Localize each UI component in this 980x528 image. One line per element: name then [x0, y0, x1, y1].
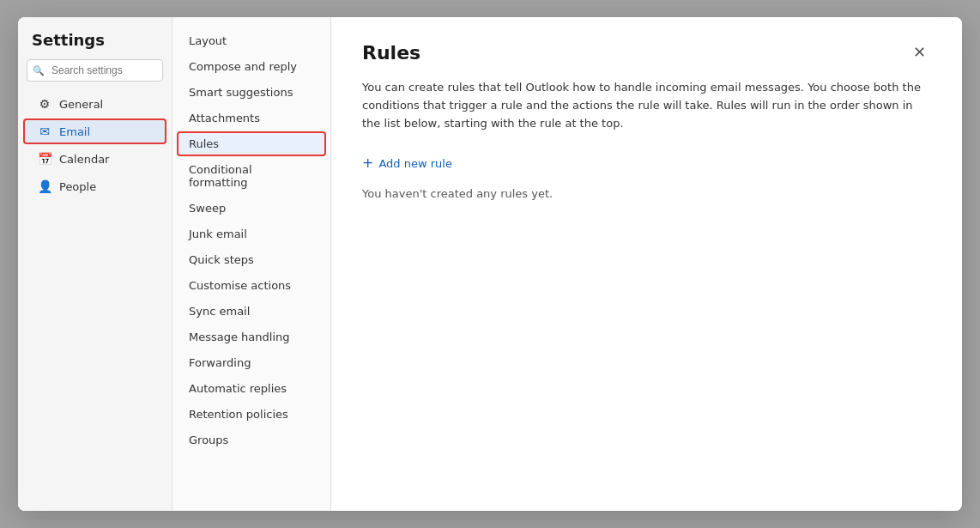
- add-new-rule-button[interactable]: + Add new rule: [362, 151, 452, 175]
- sidebar-label-calendar: Calendar: [59, 153, 109, 166]
- mid-item-groups[interactable]: Groups: [177, 428, 326, 452]
- sidebar-item-general[interactable]: ⚙ General: [23, 91, 166, 117]
- calendar-icon: 📅: [37, 152, 52, 166]
- sidebar-label-email: Email: [59, 125, 90, 138]
- mid-item-message[interactable]: Message handling: [177, 325, 326, 349]
- mid-item-customise[interactable]: Customise actions: [177, 273, 326, 298]
- sidebar-item-people[interactable]: 👤 People: [23, 173, 166, 199]
- mid-item-conditional[interactable]: Conditional formatting: [177, 157, 326, 195]
- sidebar-item-calendar[interactable]: 📅 Calendar: [23, 146, 166, 172]
- sidebar-item-email[interactable]: ✉ Email: [23, 118, 166, 144]
- page-title: Rules: [362, 42, 420, 64]
- mid-item-layout[interactable]: Layout: [177, 28, 326, 53]
- no-rules-text: You haven't created any rules yet.: [362, 187, 931, 200]
- email-icon: ✉: [37, 124, 52, 138]
- modal-overlay: Settings 🔍 ⚙ General ✉ Email 📅 Calendar …: [0, 0, 980, 528]
- mid-item-forwarding[interactable]: Forwarding: [177, 350, 326, 375]
- sidebar-label-people: People: [59, 180, 96, 193]
- settings-modal: Settings 🔍 ⚙ General ✉ Email 📅 Calendar …: [18, 17, 962, 511]
- search-box[interactable]: 🔍: [27, 59, 163, 82]
- mid-item-junk[interactable]: Junk email: [177, 222, 326, 246]
- app-title: Settings: [18, 31, 172, 59]
- mid-item-sync[interactable]: Sync email: [177, 299, 326, 324]
- search-input[interactable]: [27, 59, 163, 82]
- mid-item-autoreplies[interactable]: Automatic replies: [177, 376, 326, 401]
- middle-column: Layout Compose and reply Smart suggestio…: [172, 17, 331, 511]
- mid-item-quicksteps[interactable]: Quick steps: [177, 247, 326, 272]
- mid-item-compose[interactable]: Compose and reply: [177, 54, 326, 79]
- main-content: Rules ✕ You can create rules that tell O…: [331, 17, 962, 511]
- mid-item-retention[interactable]: Retention policies: [177, 402, 326, 427]
- sidebar: Settings 🔍 ⚙ General ✉ Email 📅 Calendar …: [18, 17, 172, 511]
- mid-item-attachments[interactable]: Attachments: [177, 106, 326, 130]
- sidebar-label-general: General: [59, 98, 103, 111]
- close-button[interactable]: ✕: [908, 41, 931, 64]
- mid-item-sweep[interactable]: Sweep: [177, 196, 326, 221]
- mid-item-smart[interactable]: Smart suggestions: [177, 80, 326, 105]
- mid-item-rules[interactable]: Rules: [177, 131, 326, 156]
- add-rule-label: Add new rule: [378, 157, 452, 170]
- general-icon: ⚙: [37, 97, 52, 111]
- search-icon: 🔍: [33, 65, 45, 76]
- rules-description: You can create rules that tell Outlook h…: [362, 79, 931, 132]
- people-icon: 👤: [37, 179, 52, 193]
- plus-icon: +: [362, 156, 373, 170]
- main-header: Rules ✕: [362, 41, 931, 64]
